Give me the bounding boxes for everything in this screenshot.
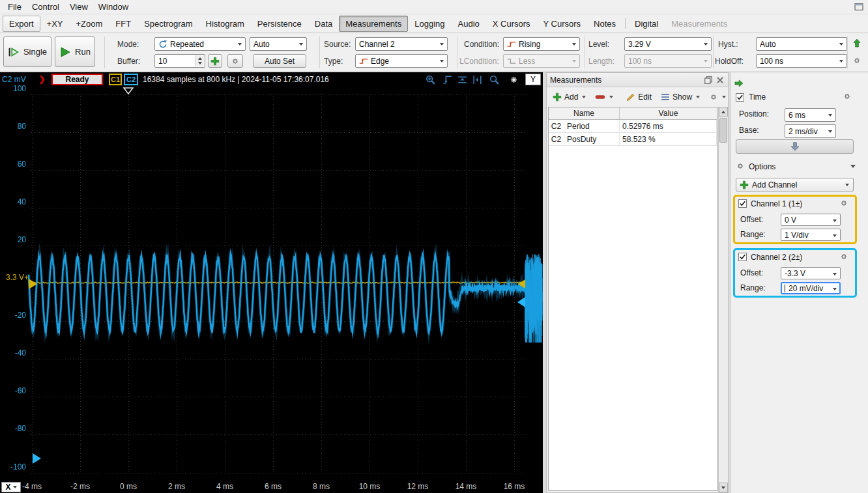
table-row[interactable]: C2 PosDuty 58.523 % — [549, 133, 717, 146]
scroll-down-button[interactable] — [719, 483, 728, 492]
time-settings-gear-icon[interactable] — [843, 92, 852, 101]
tab-y-cursors[interactable]: Y Cursors — [537, 16, 588, 32]
auto-set-button[interactable]: Auto Set — [253, 54, 306, 68]
add-channel-select[interactable]: Add Channel — [736, 178, 854, 191]
condition-select[interactable]: Rising — [503, 37, 580, 51]
options-chevron-icon[interactable] — [850, 165, 856, 168]
tab-zoom[interactable]: +Zoom — [70, 16, 109, 32]
tab-logging[interactable]: Logging — [408, 16, 451, 32]
window-restore-icon[interactable] — [854, 3, 864, 11]
tab-digital[interactable]: Digital — [628, 16, 665, 32]
remove-measurement-button[interactable] — [591, 90, 617, 104]
tab-notes[interactable]: Notes — [587, 16, 622, 32]
measurements-title: Measurements — [550, 76, 601, 85]
time-checkbox[interactable] — [736, 93, 744, 102]
popout-icon[interactable] — [704, 76, 713, 85]
plot-settings-gear-icon[interactable] — [508, 74, 519, 85]
y-axis-button[interactable]: Y — [525, 74, 541, 85]
edit-measurement-button[interactable]: Edit — [622, 90, 656, 104]
channel1-range-select[interactable]: 1 V/div — [781, 229, 841, 241]
menu-control[interactable]: Control — [27, 1, 65, 13]
channel2-toggle-button[interactable]: C2 — [124, 74, 138, 85]
y-tick: 100 — [0, 84, 26, 93]
trigger-level-label[interactable]: 3.3 V+ — [0, 273, 29, 282]
single-button[interactable]: Single — [3, 36, 51, 67]
tab-measurements[interactable]: Measurements — [339, 16, 408, 32]
channel2-offset-select[interactable]: -3.3 V — [781, 267, 841, 279]
trigger-up-arrow-icon[interactable] — [852, 38, 861, 48]
buffer-spinner[interactable]: 10 — [154, 54, 205, 68]
channel1-toggle-button[interactable]: C1 — [109, 74, 122, 85]
channel2-title: Channel 2 (2±) — [751, 253, 802, 262]
zoom-icon[interactable] — [489, 74, 500, 85]
level-value: 3.29 V — [628, 40, 651, 49]
rising-edge-icon — [507, 40, 516, 49]
holdoff-label: HoldOff: — [715, 55, 744, 68]
row-channel: C2 — [549, 120, 564, 132]
acquisition-value: Auto — [253, 40, 270, 49]
source-select[interactable]: Channel 2 — [355, 37, 448, 51]
collapse-panel-arrow-icon[interactable] — [734, 79, 744, 88]
x-tick: -2 ms — [70, 482, 90, 491]
position-label: Position: — [739, 109, 769, 119]
measurements-title-bar: Measurements — [547, 73, 728, 87]
show-menu-button[interactable]: Show — [657, 90, 704, 104]
fit-signal-icon[interactable] — [442, 74, 453, 85]
channel2-range-input[interactable]: 20 mV/div — [781, 282, 841, 294]
tab-audio[interactable]: Audio — [452, 16, 486, 32]
base-select[interactable]: 2 ms/div — [785, 124, 836, 138]
close-icon[interactable] — [716, 76, 725, 85]
tab-export[interactable]: Export — [3, 16, 40, 32]
acquisition-select[interactable]: Auto — [250, 37, 307, 51]
channel1-settings-gear-icon[interactable] — [839, 199, 848, 208]
column-name[interactable]: Name — [549, 107, 620, 119]
buffer-add-button[interactable] — [208, 54, 222, 68]
holdoff-select[interactable]: 100 ns — [756, 54, 847, 68]
tab-x-cursors[interactable]: X Cursors — [486, 16, 537, 32]
table-row[interactable]: C2 Period 0.52976 ms — [549, 120, 717, 133]
x-axis-button[interactable]: X — [1, 482, 21, 492]
channel2-settings-gear-icon[interactable] — [839, 252, 848, 261]
channel1-offset-select[interactable]: 0 V — [781, 214, 841, 226]
buffer-settings-button[interactable] — [227, 54, 243, 68]
y-axis-unit-label[interactable]: C2 mV — [2, 75, 26, 84]
expand-chevron-icon[interactable]: ❯ — [38, 74, 46, 84]
tab-data[interactable]: Data — [308, 16, 339, 32]
tab-persistence[interactable]: Persistence — [251, 16, 308, 32]
fit-vertical-icon[interactable] — [457, 74, 468, 85]
hysteresis-select[interactable]: Auto — [756, 37, 847, 51]
fit-horizontal-icon[interactable] — [472, 74, 483, 85]
type-select[interactable]: Edge — [355, 54, 448, 68]
column-value[interactable]: Value — [620, 107, 717, 119]
position-select[interactable]: 6 ms — [785, 108, 836, 122]
holdoff-value: 100 ns — [760, 57, 783, 66]
x-axis-strip: -4 ms-2 ms0 ms2 ms4 ms6 ms8 ms10 ms12 ms… — [0, 481, 543, 493]
add-measurement-button[interactable]: Add — [549, 90, 590, 104]
scroll-thumb[interactable] — [719, 118, 727, 143]
expand-down-button[interactable] — [736, 139, 854, 154]
channel1-checkbox[interactable] — [738, 199, 747, 208]
options-section-label[interactable]: Options — [749, 162, 775, 171]
channel2-group: Channel 2 (2±) Offset: -3.3 V Range: 20 … — [733, 248, 857, 298]
tab-fft[interactable]: FFT — [109, 16, 137, 32]
mode-select[interactable]: Repeated — [154, 37, 246, 51]
scroll-up-button[interactable] — [719, 107, 728, 117]
scrollbar[interactable] — [718, 107, 728, 492]
menu-view[interactable]: View — [65, 1, 93, 13]
menu-window[interactable]: Window — [93, 1, 134, 13]
menu-file[interactable]: File — [3, 1, 27, 13]
zoom-in-icon[interactable] — [425, 74, 436, 85]
measurements-settings-button[interactable] — [705, 90, 730, 104]
channel1-range-label: Range: — [740, 230, 766, 239]
scope-plot[interactable] — [0, 87, 543, 481]
main-area: C2 mV ❯ Ready C1 C2 16384 samples at 800… — [0, 72, 868, 493]
channel2-checkbox[interactable] — [738, 253, 747, 261]
tab-spectrogram[interactable]: Spectrogram — [137, 16, 199, 32]
level-select[interactable]: 3.29 V — [624, 37, 712, 51]
measurements-table-header[interactable]: Name Value — [549, 107, 717, 120]
trigger-settings-gear-icon[interactable] — [852, 56, 861, 65]
tab-histogram[interactable]: Histogram — [199, 16, 251, 32]
minus-icon — [595, 94, 605, 100]
tab-xy[interactable]: +XY — [40, 16, 70, 32]
run-button[interactable]: Run — [55, 36, 95, 67]
